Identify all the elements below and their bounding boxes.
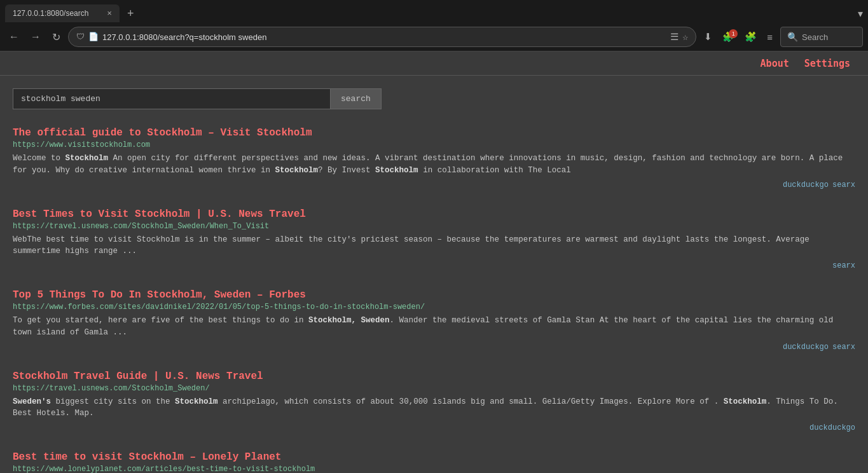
- result-item: Best Times to Visit Stockholm | U.S. New…: [13, 209, 855, 271]
- result-url: https://www.lonelyplanet.com/articles/be…: [13, 465, 855, 473]
- tab-close-icon[interactable]: ×: [107, 9, 112, 18]
- browser-search-bar[interactable]: 🔍 Search: [780, 27, 863, 47]
- result-item: Stockholm Travel Guide | U.S. News Trave…: [13, 371, 855, 433]
- source-link[interactable]: searx: [832, 261, 855, 270]
- result-title[interactable]: Best Times to Visit Stockholm | U.S. New…: [13, 209, 855, 220]
- result-url: https://www.visitstockholm.com: [13, 141, 855, 149]
- result-item: Top 5 Things To Do In Stockholm, Sweden …: [13, 289, 855, 352]
- url-path: /search?q=stockholm sweden: [158, 32, 267, 42]
- result-url: https://travel.usnews.com/Stockholm_Swed…: [13, 222, 855, 231]
- menu-button[interactable]: ≡: [763, 29, 776, 45]
- result-sources: duckduckgosearx: [13, 181, 855, 189]
- shield-icon: 🛡: [76, 32, 85, 42]
- result-sources: duckduckgosearx: [13, 343, 855, 352]
- source-link[interactable]: duckduckgo: [783, 181, 829, 189]
- address-bar[interactable]: 🛡 📄 127.0.0.1:8080/search?q=stockholm sw…: [68, 27, 696, 47]
- new-tab-button[interactable]: +: [123, 7, 138, 20]
- url-prefix: 127.0.0.1:: [102, 32, 139, 42]
- download-button[interactable]: ⬇: [700, 29, 716, 45]
- result-title[interactable]: The official guide to Stockholm – Visit …: [13, 127, 855, 139]
- result-snippet: WebThe best time to visit Stockholm is i…: [13, 234, 855, 258]
- result-sources: searx: [13, 261, 855, 270]
- nav-bar: ← → ↻ 🛡 📄 127.0.0.1:8080/search?q=stockh…: [0, 23, 868, 51]
- tab-overflow-button[interactable]: ▾: [858, 8, 863, 20]
- forward-button[interactable]: →: [27, 29, 45, 45]
- back-button[interactable]: ←: [5, 29, 23, 45]
- extensions-manager-button[interactable]: 🧩: [741, 29, 761, 45]
- result-snippet: Sweden's biggest city sits on the Stockh…: [13, 396, 855, 420]
- settings-link[interactable]: Settings: [797, 58, 858, 69]
- active-tab[interactable]: 127.0.0.1:8080/search ×: [5, 4, 120, 22]
- source-link[interactable]: duckduckgo: [783, 343, 829, 352]
- result-title[interactable]: Top 5 Things To Do In Stockholm, Sweden …: [13, 289, 855, 301]
- search-input[interactable]: [13, 88, 331, 109]
- browser-search-icon: 🔍: [787, 32, 798, 43]
- browser-toolbar: ⬇ 🧩 1 🧩 ≡: [700, 29, 776, 45]
- search-button[interactable]: search: [331, 88, 382, 109]
- source-link[interactable]: searx: [832, 181, 855, 189]
- main-content: search The official guide to Stockholm –…: [0, 76, 868, 473]
- result-snippet: To get you started, here are five of the…: [13, 315, 855, 339]
- result-title[interactable]: Stockholm Travel Guide | U.S. News Trave…: [13, 371, 855, 382]
- result-item: Best time to visit Stockholm – Lonely Pl…: [13, 451, 855, 473]
- results-list: The official guide to Stockholm – Visit …: [13, 127, 855, 473]
- bookmark-icon[interactable]: ☆: [682, 31, 688, 43]
- extension-button[interactable]: 🧩 1: [719, 29, 738, 45]
- result-sources: duckduckgo: [13, 423, 855, 432]
- url-display: 127.0.0.1:8080/search?q=stockholm sweden: [102, 32, 666, 42]
- result-item: The official guide to Stockholm – Visit …: [13, 127, 855, 189]
- reload-button[interactable]: ↻: [48, 29, 64, 46]
- result-title[interactable]: Best time to visit Stockholm – Lonely Pl…: [13, 451, 855, 463]
- result-snippet: Welcome to Stockholm An open city for di…: [13, 153, 855, 177]
- result-url: https://www.forbes.com/sites/davidnikel/…: [13, 303, 855, 312]
- search-form: search: [13, 88, 855, 109]
- source-link[interactable]: searx: [832, 343, 855, 352]
- url-port: 8080: [139, 32, 158, 42]
- extension-badge: 1: [729, 29, 738, 38]
- about-link[interactable]: About: [753, 58, 797, 69]
- reader-mode-icon[interactable]: ☰: [670, 31, 679, 43]
- result-url: https://travel.usnews.com/Stockholm_Swed…: [13, 384, 855, 393]
- tab-bar: 127.0.0.1:8080/search × + ▾: [0, 0, 868, 23]
- page-icon: 📄: [88, 32, 99, 42]
- browser-search-label: Search: [802, 32, 828, 42]
- source-link[interactable]: duckduckgo: [809, 423, 855, 432]
- app-navbar: About Settings: [0, 51, 868, 76]
- tab-title: 127.0.0.1:8080/search: [13, 9, 102, 18]
